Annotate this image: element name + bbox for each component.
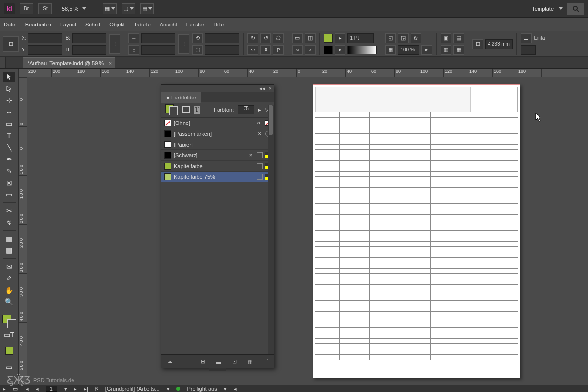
corner-icon[interactable]: ◱ bbox=[385, 33, 396, 43]
stock-button[interactable]: St bbox=[38, 3, 52, 14]
next-page-icon[interactable]: ▸ bbox=[74, 386, 77, 392]
fill-stroke-proxy[interactable] bbox=[165, 104, 178, 115]
menu-layout[interactable]: Layout bbox=[60, 22, 76, 27]
wrap-around-icon[interactable]: ▤ bbox=[453, 33, 464, 43]
wrap-none-icon[interactable]: ▣ bbox=[441, 33, 451, 43]
stroke-weight-field[interactable]: 1 Pt bbox=[347, 33, 374, 43]
collapse-icon[interactable]: ◂◂ bbox=[259, 85, 265, 92]
page-number-field[interactable]: 1 bbox=[46, 386, 57, 392]
swatch-row[interactable]: Kapitelfarbe bbox=[161, 161, 274, 172]
shear-field[interactable] bbox=[205, 45, 239, 55]
flip-v-icon[interactable]: ⇕ bbox=[260, 45, 271, 55]
arrange-button[interactable]: ▤ bbox=[140, 3, 154, 14]
apply-color-icon[interactable] bbox=[3, 345, 15, 356]
stroke-swatch[interactable] bbox=[324, 46, 333, 54]
hand-tool[interactable]: ✋ bbox=[3, 285, 15, 295]
frame-width-field[interactable]: 4,233 mm bbox=[485, 39, 513, 49]
fill-stroke-swatches[interactable] bbox=[2, 315, 16, 328]
gradient-swatch-tool[interactable]: ▦ bbox=[3, 233, 15, 244]
screen-mode-icon[interactable]: ▭ bbox=[3, 362, 15, 372]
pencil-tool[interactable]: ✎ bbox=[3, 166, 15, 176]
statusbar-menu-icon[interactable]: ▸ bbox=[3, 386, 6, 392]
scissors-tool[interactable]: ✂ bbox=[3, 205, 15, 216]
x-field[interactable] bbox=[28, 33, 62, 43]
zoom-tool[interactable]: 🔍 bbox=[3, 296, 15, 307]
page-dropdown-icon[interactable]: ▾ bbox=[64, 386, 67, 392]
delete-swatch-icon[interactable]: 🗑 bbox=[245, 358, 254, 366]
profile-dropdown-icon[interactable]: ▾ bbox=[167, 386, 170, 392]
workspace-label[interactable]: Template bbox=[532, 6, 554, 12]
page-tool[interactable]: ⊹ bbox=[3, 95, 15, 106]
stroke-style-field[interactable] bbox=[347, 46, 377, 54]
swatch-view-icon[interactable]: ⊞ bbox=[198, 358, 207, 366]
pen-tool[interactable]: ✒ bbox=[3, 154, 15, 165]
scale-x-icon[interactable]: ↔ bbox=[128, 33, 139, 43]
search-button[interactable] bbox=[567, 3, 584, 15]
fill-swatch[interactable] bbox=[324, 34, 333, 43]
next-obj-icon[interactable]: ▹ bbox=[305, 45, 316, 55]
panel-titlebar[interactable]: ◂◂ × bbox=[161, 85, 274, 92]
gap-tool[interactable]: ↔ bbox=[3, 107, 15, 118]
select-content-icon[interactable]: ◫ bbox=[305, 33, 316, 43]
corner2-icon[interactable]: ◲ bbox=[398, 33, 409, 43]
rectangle-tool[interactable]: ▭ bbox=[3, 189, 15, 200]
wrap-shape-icon[interactable]: ▥ bbox=[441, 45, 451, 55]
statusbar-doc-icon[interactable]: ⎘ bbox=[95, 386, 98, 392]
new-swatch-icon[interactable]: ⊡ bbox=[230, 358, 239, 366]
height-field[interactable] bbox=[72, 45, 106, 55]
panel-scrollbar[interactable] bbox=[268, 105, 274, 354]
swatches-tab[interactable]: ◆Farbfelder bbox=[161, 92, 201, 103]
gradient-feather-tool[interactable]: ▤ bbox=[3, 245, 15, 256]
selection-tool[interactable] bbox=[3, 72, 15, 82]
prev-page-icon[interactable]: ◂ bbox=[36, 386, 39, 392]
constrain-icon[interactable]: ⊹ bbox=[109, 34, 120, 54]
panel-resize-icon[interactable]: ⋰ bbox=[261, 358, 270, 366]
document-tab[interactable]: *Aufbau_Template.indd @ 59 % × bbox=[23, 57, 115, 68]
flip-h-icon[interactable]: ⇔ bbox=[247, 45, 258, 55]
last-page-icon[interactable]: ▸| bbox=[84, 386, 88, 392]
cloud-library-icon[interactable]: ☁ bbox=[165, 358, 174, 366]
preflight-dropdown-icon[interactable]: ▾ bbox=[224, 386, 227, 392]
reference-point-icon[interactable]: ⊞ bbox=[3, 36, 19, 52]
vertical-ruler[interactable]: 0001 0 01 0 02 0 02 0 03 0 03 0 04 0 04 … bbox=[19, 77, 27, 385]
view-options-button[interactable]: ▦ bbox=[103, 3, 117, 14]
rotate-ccw-icon[interactable]: ↺ bbox=[260, 33, 271, 43]
menu-schrift[interactable]: Schrift bbox=[85, 22, 100, 27]
swatch-row[interactable]: Kapitelfarbe 75% bbox=[161, 172, 274, 182]
shear-icon[interactable]: ⬚ bbox=[192, 45, 203, 55]
tint-input[interactable]: 75 bbox=[238, 105, 254, 114]
wrap-jump-icon[interactable]: ▦ bbox=[453, 45, 464, 55]
screen-mode-button[interactable]: ▢ bbox=[122, 3, 135, 14]
constrain-scale-icon[interactable]: ⊹ bbox=[178, 34, 189, 54]
content-collector-tool[interactable]: ▭ bbox=[3, 119, 15, 129]
document-page[interactable] bbox=[313, 84, 520, 378]
fit-frame-icon[interactable]: ⊡ bbox=[472, 39, 483, 49]
scrollbar-thumb[interactable] bbox=[269, 105, 273, 135]
frame-tool[interactable]: ⊠ bbox=[3, 177, 15, 188]
width-field[interactable] bbox=[72, 33, 106, 43]
rotate-icon[interactable]: ⟲ bbox=[192, 33, 203, 43]
direct-selection-tool[interactable] bbox=[3, 83, 15, 94]
zoom-level-dropdown[interactable]: 58,5 % bbox=[62, 6, 86, 12]
polygon-icon[interactable]: ⬠ bbox=[273, 33, 284, 43]
free-transform-tool[interactable]: ↯ bbox=[3, 217, 15, 228]
menu-bearbeiten[interactable]: Bearbeiten bbox=[25, 22, 51, 27]
y-field[interactable] bbox=[28, 45, 62, 55]
horizontal-ruler[interactable]: 2202001801601401201008060402002040608010… bbox=[27, 69, 588, 77]
statusbar-book-icon[interactable]: ▭ bbox=[13, 386, 18, 392]
menu-objekt[interactable]: Objekt bbox=[109, 22, 125, 27]
opacity-field[interactable]: 100 % bbox=[398, 45, 419, 55]
ruler-origin[interactable] bbox=[19, 69, 27, 77]
note-tool[interactable]: ✉ bbox=[3, 261, 15, 272]
close-tab-icon[interactable]: × bbox=[109, 60, 112, 66]
type-tool[interactable]: T bbox=[3, 130, 15, 141]
stroke-arrow-icon[interactable]: ▸ bbox=[335, 45, 345, 55]
transparency-icon[interactable]: ▦ bbox=[385, 45, 396, 55]
line-tool[interactable]: ╲ bbox=[3, 142, 15, 153]
rotate-cw-icon[interactable]: ↻ bbox=[247, 33, 258, 43]
prev-obj-icon[interactable]: ◃ bbox=[292, 45, 303, 55]
tint-arrow-icon[interactable]: ▸ bbox=[258, 107, 261, 113]
panel-grip-icon[interactable] bbox=[0, 57, 6, 68]
align-icon[interactable]: ☰ bbox=[521, 33, 532, 43]
preflight-label[interactable]: Preflight aus bbox=[187, 386, 217, 392]
